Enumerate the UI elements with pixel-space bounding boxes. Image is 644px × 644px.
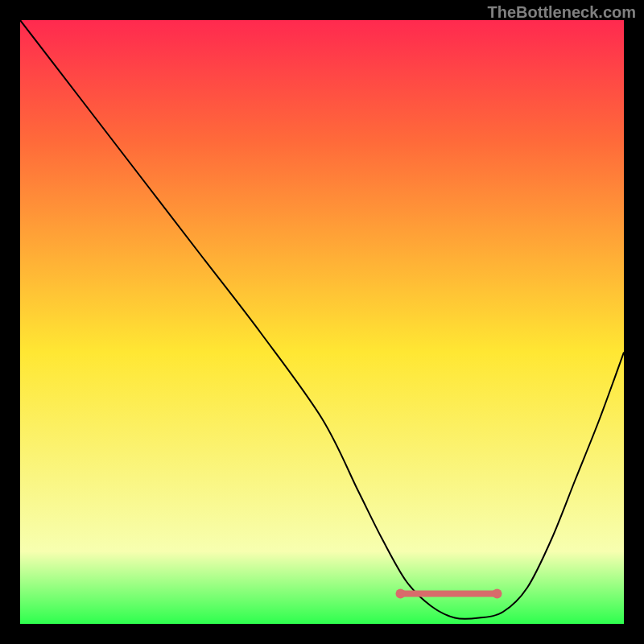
valley-marker-end-dot xyxy=(493,589,502,599)
bottleneck-chart xyxy=(20,20,624,624)
attribution-text: TheBottleneck.com xyxy=(488,3,636,22)
valley-marker-start-dot xyxy=(396,589,406,599)
plot-frame xyxy=(20,20,624,624)
chart-container: TheBottleneck.com xyxy=(0,0,644,644)
gradient-background xyxy=(20,20,624,624)
